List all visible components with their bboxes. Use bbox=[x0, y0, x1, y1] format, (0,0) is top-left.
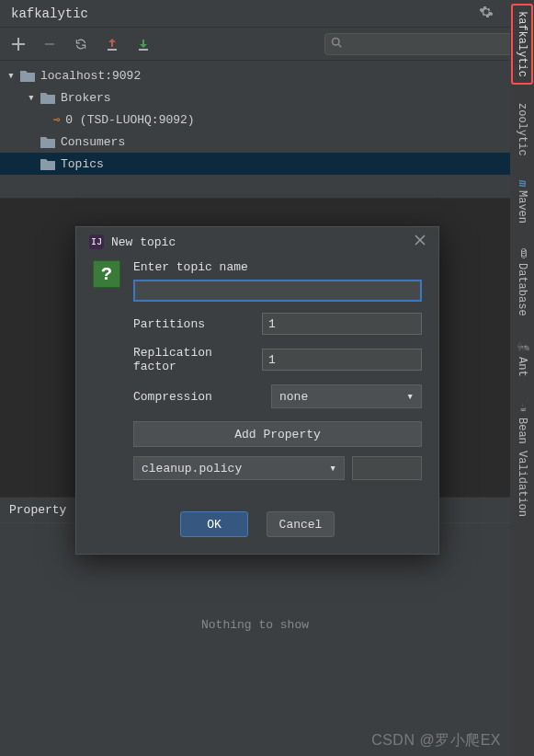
replication-input[interactable] bbox=[262, 349, 422, 371]
dialog-titlebar: IJ New topic bbox=[76, 227, 438, 257]
svg-rect-1 bbox=[45, 43, 54, 45]
expand-icon: ▾ bbox=[7, 68, 20, 83]
ant-icon: 🐜 bbox=[516, 339, 528, 353]
tree-label: localhost:9092 bbox=[40, 69, 141, 83]
refresh-button[interactable] bbox=[70, 33, 92, 55]
svg-rect-2 bbox=[108, 49, 117, 51]
folder-icon bbox=[20, 69, 35, 82]
property-value-input[interactable] bbox=[352, 456, 422, 480]
search-input[interactable] bbox=[346, 37, 513, 51]
ok-button[interactable]: OK bbox=[180, 511, 248, 537]
add-property-button[interactable]: Add Property bbox=[133, 421, 422, 447]
tab-zoolytic[interactable]: zoolytic bbox=[513, 97, 531, 162]
cluster-tree: ▾ localhost:9092 ▾ Brokers ⊸ 0 (TSD-LUOH… bbox=[0, 61, 534, 199]
search-input-wrapper[interactable]: ▾ bbox=[324, 33, 527, 55]
tree-node-topics[interactable]: Topics bbox=[0, 153, 534, 175]
remove-button[interactable] bbox=[39, 33, 61, 55]
property-key-value: cleanup.policy bbox=[142, 462, 242, 475]
chevron-down-icon: ▾ bbox=[406, 389, 414, 404]
tree-label: Brokers bbox=[61, 91, 111, 105]
tree-label: Topics bbox=[61, 157, 104, 171]
cancel-button[interactable]: Cancel bbox=[267, 511, 335, 537]
toolbar: ▾ bbox=[0, 28, 534, 61]
tab-bean-validation[interactable]: ☕Bean Validation bbox=[513, 395, 531, 522]
new-topic-dialog: IJ New topic ? Enter topic name Partitio… bbox=[75, 226, 439, 555]
svg-rect-3 bbox=[139, 49, 148, 51]
chevron-down-icon: ▾ bbox=[329, 461, 336, 475]
gear-icon[interactable] bbox=[479, 5, 494, 23]
compression-label: Compression bbox=[133, 390, 271, 404]
compression-select[interactable]: none ▾ bbox=[271, 384, 422, 408]
search-icon bbox=[331, 37, 342, 52]
topic-name-input[interactable] bbox=[133, 280, 422, 302]
right-sidebar-tabs: kafkalytic zoolytic mMaven 🛢Database 🐜An… bbox=[510, 0, 534, 756]
folder-icon bbox=[40, 135, 55, 148]
folder-icon bbox=[40, 91, 55, 104]
tree-label: 0 (TSD-LUOHQ:9092) bbox=[65, 113, 194, 127]
tree-node-broker0[interactable]: ⊸ 0 (TSD-LUOHQ:9092) bbox=[0, 109, 534, 131]
panel-header: kafkalytic bbox=[0, 0, 534, 28]
tree-label: Consumers bbox=[61, 135, 125, 149]
broker-icon: ⊸ bbox=[53, 113, 60, 127]
upload-icon[interactable] bbox=[101, 33, 123, 55]
tab-ant[interactable]: 🐜Ant bbox=[513, 334, 531, 383]
partitions-input[interactable] bbox=[262, 313, 422, 335]
partitions-label: Partitions bbox=[133, 317, 262, 331]
replication-label: Replication factor bbox=[133, 346, 262, 373]
tab-kafkalytic[interactable]: kafkalytic bbox=[511, 4, 533, 85]
property-key-select[interactable]: cleanup.policy ▾ bbox=[133, 456, 345, 480]
app-icon: IJ bbox=[89, 235, 104, 249]
dialog-title-text: New topic bbox=[111, 235, 176, 249]
question-icon: ? bbox=[93, 260, 120, 288]
close-icon[interactable] bbox=[415, 235, 426, 249]
tree-node-root[interactable]: ▾ localhost:9092 bbox=[0, 64, 534, 86]
add-button[interactable] bbox=[7, 33, 29, 55]
bean-icon: ☕ bbox=[516, 401, 528, 414]
tree-node-consumers[interactable]: Consumers bbox=[0, 131, 534, 153]
folder-icon bbox=[40, 157, 55, 170]
svg-point-4 bbox=[333, 38, 340, 45]
tree-node-brokers[interactable]: ▾ Brokers bbox=[0, 86, 534, 109]
tab-maven[interactable]: mMaven bbox=[513, 175, 531, 229]
download-icon[interactable] bbox=[132, 33, 154, 55]
panel-title: kafkalytic bbox=[11, 6, 88, 21]
expand-icon: ▾ bbox=[28, 90, 40, 105]
prompt-label: Enter topic name bbox=[133, 260, 422, 274]
watermark-text: CSDN @罗小爬EX bbox=[371, 731, 501, 750]
database-icon: 🛢 bbox=[516, 247, 528, 259]
tab-database[interactable]: 🛢Database bbox=[513, 242, 531, 322]
compression-value: none bbox=[279, 390, 308, 404]
